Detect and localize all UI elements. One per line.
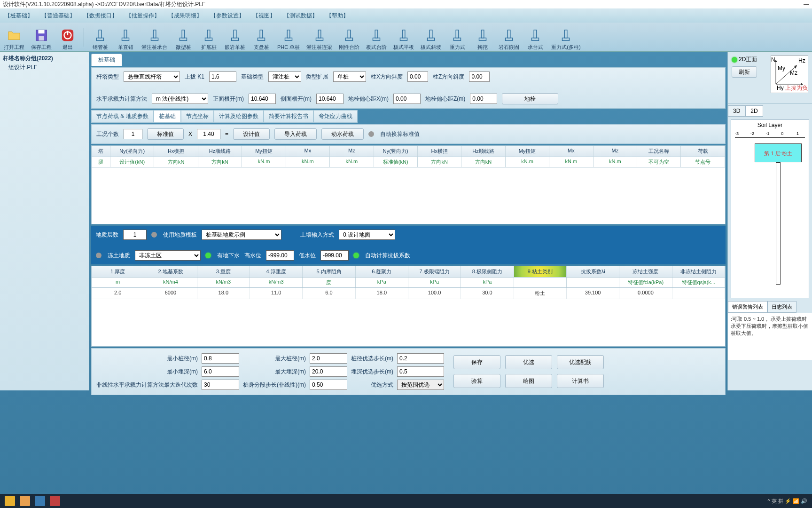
menu-item[interactable]: 【视图】 (253, 12, 275, 20)
ez-input[interactable] (470, 94, 497, 104)
toolbar-重力式[interactable]: 重力式 (448, 24, 467, 51)
task-icon-4[interactable] (50, 496, 60, 506)
anchor-button[interactable]: 地栓 (502, 93, 558, 104)
menu-item[interactable]: 【数据接口】 (84, 12, 117, 20)
g2-cell[interactable]: 100.0 (408, 288, 461, 299)
toolbar-板式平板[interactable]: 板式平板 (393, 24, 414, 51)
tower-type-select[interactable]: 悬垂直线杆塔 (124, 71, 180, 82)
menu-item[interactable]: 【测试数据】 (284, 12, 318, 20)
input-mode-select[interactable]: 0.设计地面 (339, 230, 395, 240)
g2-cell[interactable]: 39.100 (567, 288, 619, 299)
load-grid[interactable]: 塔Ny(竖向力)Hx横担Hz顺线路My扭矩MxMzNy(竖向力)Hx横担Hz顺线… (91, 145, 726, 224)
soil-grid[interactable]: 1.厚度2.地基系数3.重度4.浮重度5.内摩阻角6.凝聚力7.极限端阻力8.极… (91, 266, 726, 347)
toolbar-灌注桩承台[interactable]: 灌注桩承台 (141, 24, 167, 51)
lo-input[interactable] (320, 250, 349, 261)
toolbar-支盘桩[interactable]: 支盘桩 (252, 24, 271, 51)
action-优选[interactable]: 优选 (505, 355, 552, 369)
mind-input[interactable] (202, 353, 239, 364)
log-tab-1[interactable]: 日志列表 (767, 301, 796, 313)
std-value-button[interactable]: 标准值 (147, 128, 184, 140)
toolbar-保存工程[interactable]: 保存工程 (31, 24, 52, 51)
toolbar-单直锚[interactable]: 单直锚 (116, 24, 135, 51)
layers-input[interactable] (123, 230, 147, 240)
minl-input[interactable] (202, 366, 239, 377)
g2-cell[interactable]: 30.0 (461, 288, 514, 299)
dstep-input[interactable] (397, 353, 444, 364)
menu-item[interactable]: 【桩基础】 (5, 12, 33, 20)
action-绘图[interactable]: 绘图 (505, 374, 552, 388)
toolbar-掏挖[interactable]: 掏挖 (473, 24, 492, 51)
dynamic-load-button[interactable]: 动水荷载 (321, 128, 364, 140)
toolbar-板式斜坡[interactable]: 板式斜坡 (421, 24, 441, 51)
import-load-button[interactable]: 导入荷载 (274, 128, 317, 140)
slopex-input[interactable] (407, 71, 428, 82)
toolbar-刚性台阶[interactable]: 刚性台阶 (339, 24, 359, 51)
iter-input[interactable] (202, 380, 239, 390)
found-type-select[interactable]: 灌注桩 (268, 71, 301, 82)
auto-uplift-radio[interactable] (353, 253, 359, 258)
minimize-icon[interactable]: — (804, 0, 809, 8)
g2-cell[interactable]: 粉土 (514, 288, 567, 299)
action-计算书[interactable]: 计算书 (557, 374, 604, 388)
toolbar-退出[interactable]: 退出 (58, 24, 77, 51)
system-tray[interactable]: ^ 英 拼 ⚡ 📶 🔊 (768, 498, 807, 505)
frozen-radio[interactable] (96, 253, 102, 258)
tree-root[interactable]: 杆塔名称分组(2022) (3, 55, 86, 63)
menu-item[interactable]: 【帮助】 (326, 12, 349, 20)
side-input[interactable] (316, 94, 344, 104)
hi-input[interactable] (266, 250, 294, 261)
seg-input[interactable] (310, 380, 347, 390)
g2-cell[interactable] (672, 288, 725, 299)
g2-cell[interactable]: 2.0 (92, 288, 144, 299)
action-验算[interactable]: 验算 (453, 374, 500, 388)
toolbar-打开工程[interactable]: 打开工程 (4, 24, 24, 51)
menu-item[interactable]: 【批量操作】 (126, 12, 160, 20)
action-优选配筋[interactable]: 优选配筋 (557, 355, 604, 369)
tree-item[interactable]: 组设计.PLF (3, 64, 86, 71)
task-icon-2[interactable] (20, 496, 30, 506)
use-template-radio[interactable] (151, 232, 157, 238)
view-tab-2D[interactable]: 2D (745, 105, 763, 117)
menu-item[interactable]: 【参数设置】 (211, 12, 244, 20)
menu-item[interactable]: 【普通基础】 (41, 12, 75, 20)
maxd-input[interactable] (310, 353, 347, 364)
template-select[interactable]: 桩基础地质示例 (202, 230, 281, 240)
g2-cell[interactable]: 6.0 (303, 288, 355, 299)
ext-select[interactable]: 单桩 (333, 71, 366, 82)
g2-cell[interactable]: 18.0 (197, 288, 250, 299)
frozen-select[interactable]: 非冻土区 (135, 250, 201, 261)
front-view-radio[interactable] (732, 57, 737, 63)
front-input[interactable] (249, 94, 276, 104)
maxl-input[interactable] (310, 366, 347, 377)
toolbar-PHC 单桩[interactable]: PHC 单桩 (277, 24, 300, 51)
groundwater-radio[interactable] (205, 253, 211, 258)
task-icon-3[interactable] (35, 496, 45, 506)
toolbar-扩底桩[interactable]: 扩底桩 (199, 24, 218, 51)
toolbar-灌注桩连梁[interactable]: 灌注桩连梁 (306, 24, 332, 51)
toolbar-板式台阶[interactable]: 板式台阶 (366, 24, 387, 51)
toolbar-钢管桩[interactable]: 钢管桩 (91, 24, 109, 51)
factor-input[interactable] (197, 129, 220, 139)
design-value-button[interactable]: 设计值 (233, 128, 270, 140)
subtab-0[interactable]: 节点荷载 & 地质参数 (91, 110, 154, 123)
toolbar-承台式[interactable]: 承台式 (526, 24, 545, 51)
view-tab-3D[interactable]: 3D (728, 105, 745, 117)
tab-pile-foundation[interactable]: 桩基础 (91, 54, 122, 66)
subtab-2[interactable]: 节点坐标 (181, 110, 214, 123)
case-count-input[interactable] (124, 129, 142, 139)
k1-input[interactable] (209, 71, 236, 82)
mode-select[interactable]: 按范围优选 (397, 380, 444, 390)
log-tab-0[interactable]: 错误警告列表 (728, 301, 767, 313)
refresh-button[interactable]: 刷新 (732, 66, 757, 78)
action-保存[interactable]: 保存 (453, 355, 500, 369)
subtab-3[interactable]: 计算及绘图参数 (214, 110, 264, 123)
toolbar-岩石嵌固[interactable]: 岩石嵌固 (499, 24, 519, 51)
lstep-input[interactable] (397, 366, 444, 377)
ex-input[interactable] (393, 94, 421, 104)
menu-item[interactable]: 【成果明细】 (168, 12, 202, 20)
toolbar-重力式(多柱)[interactable]: 重力式(多柱) (551, 24, 580, 51)
g2-cell[interactable]: 0.0000 (619, 288, 672, 299)
method-select[interactable]: m 法(非线性) (152, 94, 208, 104)
g2-cell[interactable]: 11.0 (250, 288, 303, 299)
g2-cell[interactable]: 6000 (144, 288, 197, 299)
